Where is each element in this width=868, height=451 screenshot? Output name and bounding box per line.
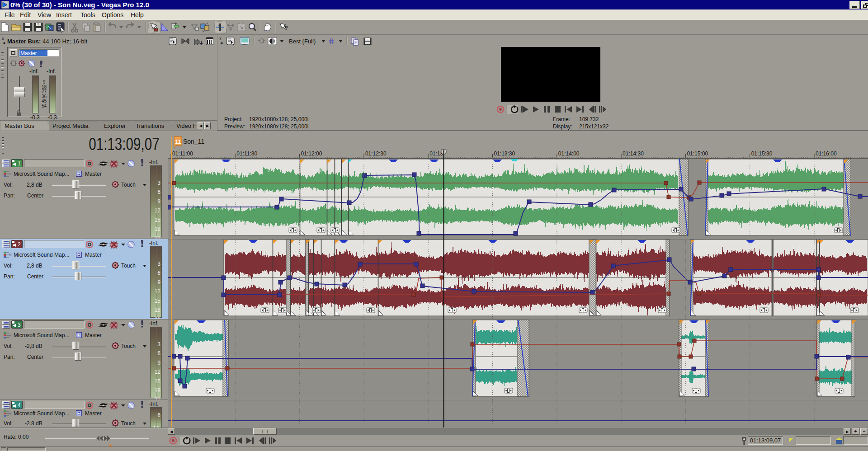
svg-text:01:11:00: 01:11:00 bbox=[172, 150, 193, 157]
svg-text:01:16:00: 01:16:00 bbox=[816, 150, 837, 157]
svg-text:01:15:00: 01:15:00 bbox=[687, 150, 708, 157]
svg-text:11: 11 bbox=[175, 138, 181, 145]
svg-text:01:13:30: 01:13:30 bbox=[494, 150, 515, 157]
svg-text:?: ? bbox=[284, 24, 288, 31]
svg-text:01:11:30: 01:11:30 bbox=[236, 150, 257, 157]
svg-text:01:14:30: 01:14:30 bbox=[623, 150, 644, 157]
svg-text:Best (Full): Best (Full) bbox=[289, 38, 316, 45]
svg-text:Son_11: Son_11 bbox=[183, 138, 204, 145]
svg-text:01:15:30: 01:15:30 bbox=[751, 150, 773, 157]
svg-text:01:12:00: 01:12:00 bbox=[301, 150, 322, 157]
svg-text:?: ? bbox=[37, 23, 39, 27]
svg-text:01:14:00: 01:14:00 bbox=[558, 150, 580, 157]
svg-text:01:12:30: 01:12:30 bbox=[365, 150, 387, 157]
